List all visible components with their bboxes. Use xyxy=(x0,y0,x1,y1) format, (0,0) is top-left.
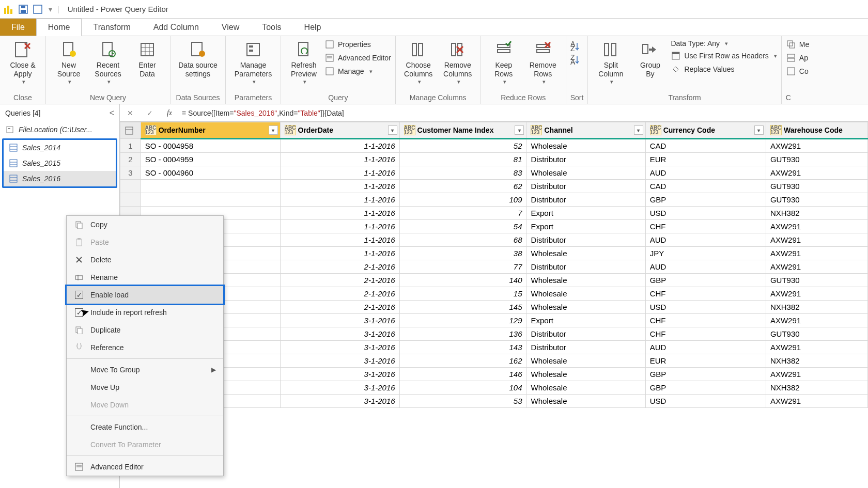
cell-orderdate[interactable]: 1-1-2016 xyxy=(280,207,399,220)
cell-warehouse-code[interactable]: AXW291 xyxy=(766,395,867,408)
row-number[interactable]: 1 xyxy=(120,139,141,153)
properties-button[interactable]: Properties xyxy=(324,39,391,50)
cell-warehouse-code[interactable]: AXW291 xyxy=(766,139,867,153)
cell-warehouse-code[interactable]: AXW291 xyxy=(766,287,867,301)
formula-text[interactable]: = Source{[Item="Sales_2016",Kind="Table"… xyxy=(182,108,865,118)
table-row[interactable]: 3SO - 00049601-1-201683WholesaleAUDAXW29… xyxy=(120,166,868,180)
query-filelocation[interactable]: FileLocation (C:\User... xyxy=(0,122,119,137)
cell-currency-code[interactable]: GBP xyxy=(645,274,766,287)
table-corner[interactable] xyxy=(120,122,141,139)
cell-warehouse-code[interactable]: AXW291 xyxy=(766,341,867,354)
table-row[interactable]: 2-1-2016145WholesaleUSDNXH382 xyxy=(120,301,868,314)
cell-customer-name-index[interactable]: 53 xyxy=(399,395,526,408)
cell-customer-name-index[interactable]: 52 xyxy=(399,139,526,153)
cell-currency-code[interactable]: USD xyxy=(645,395,766,408)
cell-currency-code[interactable]: GBP xyxy=(645,368,766,381)
cell-orderdate[interactable]: 2-1-2016 xyxy=(280,274,399,287)
cell-customer-name-index[interactable]: 68 xyxy=(399,233,526,247)
table-row[interactable]: 3-1-2016136DistributorCHFGUT930 xyxy=(120,327,868,341)
cancel-formula-icon[interactable]: ✕ xyxy=(123,106,137,120)
column-header-warehouse-code[interactable]: ABC 123Warehouse Code xyxy=(766,122,867,139)
cell-customer-name-index[interactable]: 77 xyxy=(399,260,526,274)
filter-icon[interactable]: ▾ xyxy=(754,125,764,135)
ctx-advanced-editor[interactable]: Advanced Editor xyxy=(67,458,223,476)
filter-icon[interactable]: ▾ xyxy=(634,125,643,135)
cell-orderdate[interactable]: 3-1-2016 xyxy=(280,381,399,395)
cell-orderdate[interactable]: 2-1-2016 xyxy=(280,301,399,314)
cell-ordernumber[interactable]: SO - 0004958 xyxy=(141,139,280,153)
tab-view[interactable]: View xyxy=(210,19,251,36)
tab-tools[interactable]: Tools xyxy=(251,19,292,36)
table-row[interactable]: 2SO - 00049591-1-201681DistributorEURGUT… xyxy=(120,153,868,166)
manage-parameters-button[interactable]: Manage Parameters xyxy=(230,38,276,87)
cell-customer-name-index[interactable]: 146 xyxy=(399,368,526,381)
cell-channel[interactable]: Distributor xyxy=(526,180,645,193)
cell-customer-name-index[interactable]: 54 xyxy=(399,220,526,233)
remove-rows-button[interactable]: Remove Rows xyxy=(524,38,562,87)
sort-asc-button[interactable]: AZ xyxy=(570,41,581,52)
remove-columns-button[interactable]: Remove Columns xyxy=(439,38,476,87)
cell-orderdate[interactable]: 3-1-2016 xyxy=(280,368,399,381)
choose-columns-button[interactable]: Choose Columns xyxy=(400,38,437,87)
collapse-panel-icon[interactable]: < xyxy=(110,108,114,118)
ctx-duplicate[interactable]: Duplicate xyxy=(67,321,223,339)
merge-queries-button[interactable]: Me xyxy=(786,39,809,50)
cell-orderdate[interactable]: 1-1-2016 xyxy=(280,153,399,166)
cell-orderdate[interactable]: 1-1-2016 xyxy=(280,166,399,180)
cell-orderdate[interactable]: 1-1-2016 xyxy=(280,220,399,233)
cell-channel[interactable]: Distributor xyxy=(526,233,645,247)
table-row[interactable]: 1SO - 00049581-1-201652WholesaleCADAXW29… xyxy=(120,139,868,153)
cell-channel[interactable]: Wholesale xyxy=(526,354,645,368)
ctx-create-function[interactable]: Create Function... xyxy=(67,418,223,436)
cell-currency-code[interactable]: EUR xyxy=(645,354,766,368)
cell-warehouse-code[interactable]: NXH382 xyxy=(766,207,867,220)
table-row[interactable]: 1-1-2016109DistributorGBPGUT930 xyxy=(120,193,868,207)
cell-customer-name-index[interactable]: 7 xyxy=(399,207,526,220)
cell-customer-name-index[interactable]: 38 xyxy=(399,247,526,260)
cell-channel[interactable]: Wholesale xyxy=(526,247,645,260)
cell-currency-code[interactable]: CHF xyxy=(645,287,766,301)
cell-orderdate[interactable]: 3-1-2016 xyxy=(280,314,399,327)
cell-channel[interactable]: Wholesale xyxy=(526,381,645,395)
column-header-customer-name-index[interactable]: ABC 123Customer Name Index▾ xyxy=(399,122,526,139)
data-type-button[interactable]: Data Type: Any xyxy=(671,39,777,48)
new-source-button[interactable]: New Source xyxy=(50,38,87,87)
table-row[interactable]: 3-1-201653WholesaleUSDAXW291 xyxy=(120,395,868,408)
data-source-settings-button[interactable]: Data source settings xyxy=(175,38,221,81)
cell-warehouse-code[interactable]: AXW291 xyxy=(766,233,867,247)
data-grid[interactable]: ABC 123OrderNumber▾ ABC 123OrderDate▾ AB… xyxy=(120,122,868,488)
cell-channel[interactable]: Distributor xyxy=(526,153,645,166)
cell-orderdate[interactable]: 3-1-2016 xyxy=(280,354,399,368)
cell-orderdate[interactable]: 2-1-2016 xyxy=(280,260,399,274)
first-row-headers-button[interactable]: Use First Row as Headers xyxy=(671,51,777,61)
filter-icon[interactable]: ▾ xyxy=(515,125,524,135)
filter-icon[interactable]: ▾ xyxy=(269,125,278,135)
cell-channel[interactable]: Wholesale xyxy=(526,274,645,287)
cell-currency-code[interactable]: AUD xyxy=(645,260,766,274)
close-and-apply-button[interactable]: Close & Apply xyxy=(4,38,41,87)
table-row[interactable]: 1-1-201638WholesaleJPYAXW291 xyxy=(120,247,868,260)
cell-currency-code[interactable]: AUD xyxy=(645,233,766,247)
table-row[interactable]: 3-1-2016143DistributorAUDAXW291 xyxy=(120,341,868,354)
cell-orderdate[interactable]: 3-1-2016 xyxy=(280,395,399,408)
table-row[interactable]: 2-1-2016140WholesaleGBPGUT930 xyxy=(120,274,868,287)
cell-currency-code[interactable]: AUD xyxy=(645,166,766,180)
column-header-channel[interactable]: ABC 123Channel▾ xyxy=(526,122,645,139)
table-row[interactable]: 3-1-2016146WholesaleGBPAXW291 xyxy=(120,368,868,381)
quick-access-dropdown[interactable]: ▾ xyxy=(49,5,52,13)
cell-orderdate[interactable]: 1-1-2016 xyxy=(280,193,399,207)
row-number[interactable] xyxy=(120,193,141,207)
enter-data-button[interactable]: Enter Data xyxy=(129,38,166,81)
column-header-orderdate[interactable]: ABC 123OrderDate▾ xyxy=(280,122,399,139)
commit-formula-icon[interactable]: ✓ xyxy=(143,106,157,120)
cell-channel[interactable]: Export xyxy=(526,314,645,327)
cell-warehouse-code[interactable]: AXW291 xyxy=(766,314,867,327)
column-header-currency-code[interactable]: ABC 123Currency Code▾ xyxy=(645,122,766,139)
query-sales-2014[interactable]: Sales_2014 xyxy=(4,140,116,155)
cell-ordernumber[interactable] xyxy=(141,180,280,193)
cell-orderdate[interactable]: 1-1-2016 xyxy=(280,139,399,153)
save-icon[interactable] xyxy=(18,4,29,15)
cell-customer-name-index[interactable]: 15 xyxy=(399,287,526,301)
cell-warehouse-code[interactable]: AXW291 xyxy=(766,260,867,274)
cell-customer-name-index[interactable]: 62 xyxy=(399,180,526,193)
